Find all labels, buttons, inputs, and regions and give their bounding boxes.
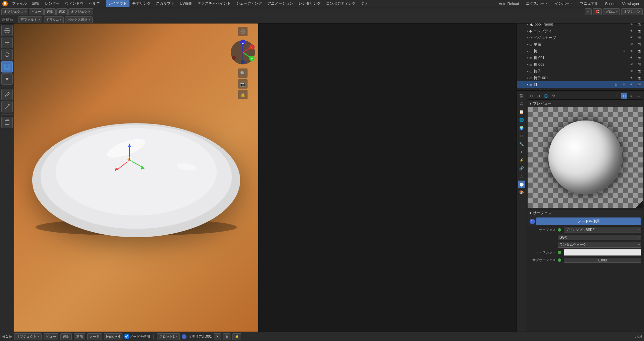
proportional-edit-btn[interactable]: ○ bbox=[585, 8, 592, 15]
use-nodes-btn[interactable]: ノードを使用 bbox=[536, 217, 641, 225]
surface-section-title[interactable]: ▾ サーフェス bbox=[528, 209, 643, 216]
tab-compositing[interactable]: コンポジティング bbox=[323, 0, 358, 7]
lock-view-btn[interactable]: 🔒 bbox=[238, 90, 248, 99]
object-menu-btn[interactable]: オブジェクト bbox=[68, 8, 93, 15]
move-tool-btn[interactable] bbox=[1, 37, 13, 48]
prop-icon-world[interactable]: 🌍 bbox=[518, 124, 525, 132]
bottom-select-btn[interactable]: 選択 bbox=[60, 333, 72, 340]
prop-icon-object[interactable]: □ bbox=[518, 132, 525, 140]
rotate-tool-btn[interactable] bbox=[1, 49, 13, 60]
zoom-in-btn[interactable]: 🔍 bbox=[238, 68, 248, 78]
mode-select-btn[interactable]: オブジェク... ▾ bbox=[1, 8, 28, 15]
prop-right-icon-2[interactable]: ⊟ bbox=[621, 93, 627, 99]
nav-gizmo[interactable]: X Y Z bbox=[229, 39, 256, 66]
ggx-select-btn[interactable]: GGX ▾ bbox=[558, 235, 641, 240]
measure-tool-btn[interactable] bbox=[1, 101, 13, 112]
manual-btn[interactable]: マニュアル bbox=[577, 0, 601, 7]
outliner-item-desk-001[interactable]: ▸ ▭ 机.001 👁 📷 bbox=[517, 54, 644, 61]
outliner-item-desk[interactable]: ▸ ▭ 机 ▽ 👁 📷 bbox=[517, 48, 644, 54]
prop-icon-render[interactable]: 🎬 bbox=[518, 92, 525, 99]
menu-render[interactable]: レンダー bbox=[42, 0, 62, 7]
prop-right-icon-4[interactable]: ▽ bbox=[636, 93, 642, 99]
prop-icon-constraints[interactable]: 🔗 bbox=[518, 164, 525, 172]
tab-sculpt[interactable]: スカルプト bbox=[153, 0, 177, 7]
camera-view-btn[interactable]: 📷 bbox=[238, 79, 248, 89]
coord-sys-btn[interactable]: デフォルト ▾ bbox=[18, 16, 42, 23]
box-select-btn[interactable]: ボックス選択 ▾ bbox=[65, 16, 93, 23]
slot-select-btn[interactable]: スロット1 ▾ bbox=[157, 333, 180, 340]
import-btn[interactable]: インポート bbox=[552, 0, 576, 7]
options-btn[interactable]: オプション bbox=[621, 8, 643, 15]
transform-tool-btn[interactable] bbox=[1, 73, 13, 85]
scene-select[interactable]: Scene bbox=[602, 1, 618, 6]
viewlayer-select[interactable]: ViewLayer bbox=[620, 1, 642, 6]
object-mode-btn[interactable]: オブジェクト ▾ bbox=[14, 333, 42, 340]
prop-header-icon-3[interactable]: 🌐 bbox=[543, 93, 549, 99]
outliner-item-plate[interactable]: ▾ ▭ 皿 ⊞ ▽ 👁 📷 bbox=[517, 81, 644, 88]
outliner-item-chair-001[interactable]: ▸ ▭ 椅子.001 👁 📷 bbox=[517, 75, 644, 81]
outliner-item-chair[interactable]: ▸ ▭ 椅子 👁 📷 bbox=[517, 68, 644, 75]
add-cube-tool-btn[interactable] bbox=[1, 117, 13, 128]
menu-window[interactable]: ウィンドウ bbox=[62, 0, 86, 7]
menu-edit[interactable]: 編集 bbox=[30, 0, 42, 7]
snap-btn[interactable]: 🧲 bbox=[593, 8, 602, 15]
tab-geo[interactable]: ジオ bbox=[358, 0, 371, 7]
tab-rendering[interactable]: レンダリング bbox=[296, 0, 323, 7]
annotate-tool-btn[interactable] bbox=[1, 89, 13, 100]
tab-shading[interactable]: シェーディング bbox=[233, 0, 265, 7]
subsurface-value-field[interactable]: 0.000 bbox=[564, 258, 641, 263]
view-menu-btn[interactable]: ビュー bbox=[29, 8, 44, 15]
auto-reload-btn[interactable]: Auto Reload bbox=[496, 1, 522, 6]
nodes-use-checkbox[interactable]: ノードを使用 bbox=[124, 334, 150, 339]
base-color-swatch-btn[interactable] bbox=[564, 249, 641, 256]
outliner-item-cube-001[interactable]: ▸ ▭ 立方体.001 ▽ 👁 📷 bbox=[517, 88, 644, 91]
surface-type-btn[interactable]: プリンシプルBSDF ▾ bbox=[564, 227, 641, 233]
global-local-btn[interactable]: グロ... ▾ bbox=[603, 8, 620, 15]
tab-modeling[interactable]: モデリング bbox=[129, 0, 153, 7]
prop-right-icon-1[interactable]: ⊞ bbox=[614, 93, 620, 99]
menu-file[interactable]: ファイル bbox=[9, 0, 30, 7]
menu-help[interactable]: ヘルプ bbox=[86, 0, 103, 7]
prop-icon-physics[interactable]: ⚡ bbox=[518, 156, 525, 164]
bottom-node-btn[interactable]: ノード bbox=[87, 333, 102, 340]
prop-icon-particles[interactable]: ✦ bbox=[518, 148, 525, 156]
prop-header-icon-2[interactable]: ◑ bbox=[536, 93, 542, 99]
tab-texture-paint[interactable]: テクスチャペイント bbox=[195, 0, 233, 7]
prop-icon-material[interactable]: ⬤ bbox=[518, 181, 525, 188]
snap-type-btn[interactable]: ドラッ... ▾ bbox=[44, 16, 64, 23]
prop-icon-modifier[interactable]: 🔧 bbox=[518, 140, 525, 148]
prop-icon-output[interactable]: 🖨 bbox=[518, 100, 525, 107]
pencil-btn[interactable]: Pencil+ 4 bbox=[104, 333, 122, 340]
prop-header-icon-4[interactable]: ⚙ bbox=[550, 93, 556, 99]
preview-section-title[interactable]: ▾ プレビュー bbox=[528, 100, 643, 107]
gizmo-display-btn[interactable] bbox=[238, 27, 248, 36]
outliner-item-empty[interactable]: ▸ ◆ エンプティ 👁 📷 bbox=[517, 28, 644, 34]
material-unlink-btn[interactable]: ✕ bbox=[214, 333, 221, 340]
prop-icon-scene[interactable]: 🌐 bbox=[518, 116, 525, 124]
prev-frame-btn[interactable]: ◀ bbox=[2, 334, 5, 339]
prop-icon-shading[interactable]: 🎨 bbox=[518, 189, 525, 196]
outliner-item-desk-002[interactable]: ▸ ▭ 机.002 👁 📷 bbox=[517, 61, 644, 68]
scale-tool-btn[interactable] bbox=[1, 61, 13, 72]
nodes-checkbox-input[interactable] bbox=[124, 334, 129, 339]
prop-icon-view-layer[interactable]: 📋 bbox=[518, 108, 525, 115]
outliner-item-bezier[interactable]: ▸ 〜 ベジエカーブ 👁 📷 bbox=[517, 34, 644, 41]
tab-layout[interactable]: レイアウト bbox=[106, 0, 129, 7]
bottom-view-btn[interactable]: ビュー bbox=[44, 333, 58, 340]
cursor-tool-btn[interactable] bbox=[1, 25, 13, 36]
prop-header-icon-1[interactable]: ⊡ bbox=[528, 93, 534, 99]
export-btn[interactable]: エクスポート bbox=[523, 0, 551, 7]
outliner-item-plane[interactable]: ▸ ▭ 平面 👁 📷 bbox=[517, 41, 644, 48]
prop-right-icon-3[interactable]: ≡ bbox=[629, 93, 635, 99]
3d-viewport[interactable]: X Y Z 🔍 📷 🔒 bbox=[14, 23, 258, 332]
tab-animation[interactable]: アニメーション bbox=[265, 0, 296, 7]
add-menu-btn[interactable]: 追加 bbox=[56, 8, 68, 15]
bottom-add-btn[interactable]: 追加 bbox=[74, 333, 85, 340]
next-frame-btn[interactable]: ▶ bbox=[9, 334, 12, 339]
random-walk-select-btn[interactable]: ランダムウォーク ▾ bbox=[558, 242, 641, 248]
select-menu-btn[interactable]: 選択 bbox=[44, 8, 56, 15]
material-duplicate-btn[interactable]: ⊕ bbox=[223, 333, 230, 340]
material-fake-user-btn[interactable]: 🔒 bbox=[232, 333, 241, 340]
prop-icon-data[interactable]: △ bbox=[518, 173, 525, 180]
tab-uv[interactable]: UV編集 bbox=[177, 0, 195, 7]
